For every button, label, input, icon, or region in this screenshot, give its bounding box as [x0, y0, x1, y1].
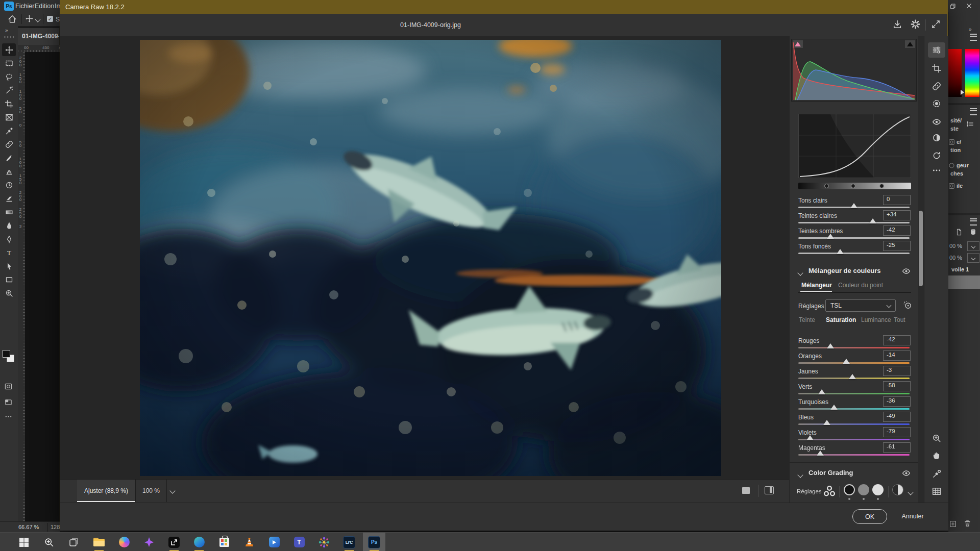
save-image-icon[interactable]	[892, 19, 902, 31]
panel-menu-icon[interactable]	[970, 34, 977, 41]
curve-region-strip[interactable]	[798, 183, 911, 189]
mixer-section-title[interactable]: Mélangeur de couleurs	[808, 267, 881, 274]
taskbar-photoshop[interactable]: Ps	[363, 533, 385, 551]
slider-thumb[interactable]	[818, 389, 825, 394]
tool-marquee[interactable]	[2, 57, 16, 70]
slider-track[interactable]	[798, 237, 910, 239]
delete-layer-icon[interactable]	[964, 519, 971, 529]
menu-edition[interactable]: Edition	[35, 0, 54, 12]
slider-value[interactable]: -42	[883, 226, 911, 236]
subtab-saturation[interactable]: Saturation	[826, 316, 856, 323]
slider-thumb[interactable]	[827, 234, 834, 239]
scroll-more-chevron-icon[interactable]	[908, 489, 913, 495]
crop-tool[interactable]	[928, 61, 945, 76]
taskbar-teams[interactable]: T	[288, 533, 310, 551]
tool-path-select[interactable]	[2, 260, 16, 272]
slider-track[interactable]	[798, 408, 910, 410]
panel-scrollbar[interactable]	[918, 36, 924, 503]
settings-dropdown[interactable]: TSL	[825, 299, 896, 312]
fill-type-icon[interactable]	[970, 229, 976, 237]
slider-track[interactable]	[798, 423, 910, 425]
slider-track[interactable]	[798, 362, 910, 364]
slider-value[interactable]: -36	[883, 396, 911, 407]
photo-preview[interactable]	[140, 40, 721, 476]
selected-layer-row[interactable]	[948, 276, 980, 289]
slider-track[interactable]	[798, 222, 910, 223]
scrollbar-thumb[interactable]	[919, 211, 923, 286]
panel-menu-icon[interactable]	[970, 218, 977, 226]
opacity-dropdown[interactable]	[967, 241, 979, 251]
ok-button[interactable]: OK	[852, 509, 887, 524]
taskbar-lightroom[interactable]: LrC	[338, 533, 360, 551]
subtab-teinte[interactable]: Teinte	[799, 316, 815, 323]
slider-track[interactable]	[798, 253, 910, 254]
section-chevron-icon[interactable]	[798, 471, 802, 479]
taskbar-media-player[interactable]	[263, 533, 285, 551]
tab-couleur-du-point[interactable]: Couleur du point	[838, 282, 883, 289]
section-chevron-icon[interactable]	[798, 269, 802, 277]
tool-eraser[interactable]	[2, 192, 16, 205]
tool-blur[interactable]	[2, 219, 16, 232]
fill-value[interactable]: 00 %	[949, 255, 962, 261]
slider-thumb[interactable]	[827, 343, 834, 348]
slider-thumb[interactable]	[823, 420, 830, 425]
taskbar-vlc[interactable]	[238, 533, 260, 551]
quick-mask-icon[interactable]	[5, 383, 12, 392]
region-split-handle[interactable]	[824, 184, 829, 188]
color-grading-title[interactable]: Color Grading	[808, 469, 853, 477]
menu-fichier[interactable]: Fichier	[15, 0, 35, 12]
preview-mode-icon[interactable]	[742, 487, 750, 494]
zoom-percentage[interactable]: 66.67 %	[18, 524, 39, 530]
slider-value[interactable]: -3	[883, 366, 911, 376]
color-field[interactable]	[948, 49, 962, 97]
tool-eyedropper[interactable]	[2, 124, 16, 137]
taskbar-copilot[interactable]	[113, 533, 135, 551]
taskbar-designer[interactable]	[138, 533, 160, 551]
tool-heal[interactable]	[2, 138, 16, 151]
chevron-down-icon[interactable]	[35, 16, 40, 22]
eye-icon[interactable]	[902, 267, 911, 277]
list-view-icon[interactable]	[967, 120, 974, 129]
zoom-tool[interactable]	[928, 431, 945, 446]
eye-tool[interactable]	[928, 114, 945, 130]
slider-value[interactable]: -42	[883, 335, 911, 345]
hand-tool[interactable]	[928, 448, 945, 463]
targeted-adjustment-icon[interactable]	[903, 300, 912, 311]
slider-value[interactable]: 0	[883, 195, 911, 205]
more-tools-icon[interactable]	[5, 413, 12, 422]
slider-thumb[interactable]	[830, 405, 838, 410]
taskbar-store[interactable]	[213, 533, 235, 551]
highlights-wheel-icon[interactable]	[872, 484, 884, 495]
tool-clone-stamp[interactable]	[2, 165, 16, 178]
sampler-tool[interactable]	[928, 466, 945, 482]
filter-layers-icon[interactable]	[955, 229, 963, 237]
toolbar-grip[interactable]	[4, 36, 14, 38]
heal-tool[interactable]	[928, 79, 945, 94]
home-icon[interactable]	[8, 14, 17, 25]
fullscreen-icon[interactable]	[931, 19, 941, 31]
zoom-dropdown-chevron-icon[interactable]	[169, 488, 175, 493]
auto-select-checkbox[interactable]: ✓	[47, 16, 53, 22]
zoom-level-value[interactable]: 100 %	[138, 480, 164, 502]
window-close-button[interactable]	[966, 3, 972, 11]
collapse-arrows[interactable]: »	[5, 28, 9, 33]
taskbar-search[interactable]	[38, 533, 60, 551]
slider-value[interactable]: -61	[883, 442, 911, 453]
move-tool-icon[interactable]	[26, 15, 33, 24]
tool-zoom[interactable]	[2, 287, 16, 299]
tool-gradient[interactable]	[2, 206, 16, 218]
taskbar-task-view[interactable]	[63, 533, 85, 551]
region-split-handle[interactable]	[879, 184, 884, 188]
collapse-arrows[interactable]: »	[969, 27, 972, 32]
tone-curve[interactable]	[798, 114, 911, 178]
mask-tool[interactable]	[928, 96, 945, 111]
slider-thumb[interactable]	[843, 359, 850, 364]
hue-strip[interactable]	[965, 49, 979, 97]
histogram[interactable]	[791, 39, 917, 102]
tool-magic-wand[interactable]	[2, 84, 16, 97]
fit-zoom-tab[interactable]: Ajuster (88,9 %)	[77, 480, 135, 502]
document-tab[interactable]: 01-IMG-4009-orig	[18, 28, 60, 45]
slider-value[interactable]: -25	[883, 241, 911, 251]
tool-shape[interactable]	[2, 273, 16, 286]
slider-value[interactable]: -14	[883, 350, 911, 361]
